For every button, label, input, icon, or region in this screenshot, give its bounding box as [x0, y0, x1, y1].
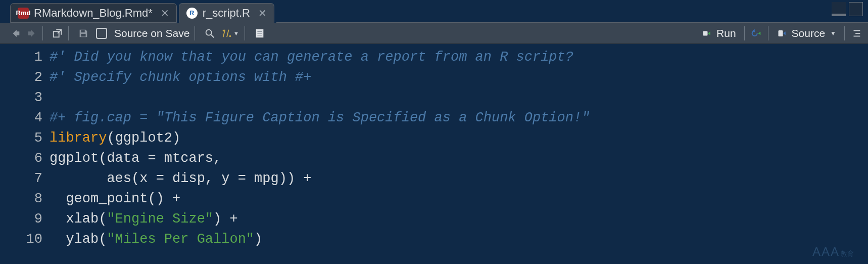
svg-rect-1 [81, 30, 84, 32]
nav-back-icon[interactable] [10, 28, 21, 39]
maximize-pane-icon[interactable] [849, 2, 863, 16]
rmarkdown-file-icon: Rmd [18, 8, 29, 19]
svg-rect-2 [81, 33, 85, 36]
line-number: 2 [0, 67, 50, 87]
code-line[interactable]: xlab("Engine Size") + [50, 209, 868, 229]
line-number: 5 [0, 128, 50, 148]
nav-forward-icon[interactable] [26, 28, 37, 39]
line-number: 9 [0, 209, 50, 229]
tab-rmarkdown-blog[interactable]: Rmd RMarkdown_Blog.Rmd* ✕ [10, 3, 177, 23]
run-label: Run [716, 27, 736, 39]
code-line[interactable]: geom_point() + [50, 189, 868, 209]
svg-line-4 [211, 34, 214, 37]
svg-point-5 [223, 29, 225, 31]
code-line[interactable]: ggplot(data = mtcars, [50, 148, 868, 168]
code-line[interactable]: aes(x = disp, y = mpg)) + [50, 168, 868, 189]
tab-label: r_script.R [203, 7, 250, 20]
source-label: Source [792, 27, 826, 39]
source-on-save-label: Source on Save [114, 27, 189, 39]
line-number: 1 [0, 44, 50, 67]
code-line[interactable]: #' Did you know that you can generate a … [50, 44, 868, 67]
code-line[interactable] [50, 87, 868, 108]
source-on-save-checkbox[interactable] [96, 28, 107, 39]
code-tools-icon[interactable]: ▼ [220, 28, 239, 39]
show-in-new-window-icon[interactable] [52, 28, 63, 39]
tab-r-script[interactable]: R r_script.R ✕ [179, 3, 274, 23]
tab-bar: Rmd RMarkdown_Blog.Rmd* ✕ R r_script.R ✕ [0, 0, 868, 23]
line-number: 7 [0, 168, 50, 189]
tab-label: RMarkdown_Blog.Rmd* [34, 7, 153, 20]
editor-toolbar: Source on Save ▼ Run [0, 23, 868, 44]
line-number: 4 [0, 108, 50, 128]
compile-report-icon[interactable] [254, 28, 265, 39]
r-file-icon: R [186, 8, 198, 19]
svg-point-6 [229, 35, 231, 37]
source-button[interactable]: Source ▼ [773, 26, 840, 40]
svg-rect-11 [703, 31, 708, 35]
tab-bar-spacer [276, 3, 868, 23]
svg-point-3 [206, 29, 212, 35]
svg-rect-12 [778, 30, 783, 36]
line-number: 3 [0, 87, 50, 108]
outline-toggle-icon[interactable] [851, 28, 862, 39]
save-icon[interactable] [78, 28, 89, 39]
line-number: 10 [0, 229, 50, 249]
run-button[interactable]: Run [697, 26, 740, 40]
line-number-gutter: 12345678910 [0, 44, 50, 264]
line-number: 8 [0, 189, 50, 209]
line-number: 6 [0, 148, 50, 168]
code-editor[interactable]: 12345678910 #' Did you know that you can… [0, 44, 868, 264]
find-replace-icon[interactable] [204, 28, 215, 39]
rerun-icon[interactable] [751, 28, 762, 39]
code-line[interactable]: #' Specify chunk options with #+ [50, 67, 868, 87]
code-line[interactable]: ylab("Miles Per Gallon") [50, 229, 868, 249]
close-icon[interactable]: ✕ [161, 7, 169, 19]
close-icon[interactable]: ✕ [258, 7, 267, 19]
code-line[interactable]: #+ fig.cap = "This Figure Caption is Spe… [50, 108, 868, 128]
minimize-pane-icon[interactable] [832, 2, 846, 16]
code-line[interactable]: library(ggplot2) [50, 128, 868, 148]
chevron-down-icon[interactable]: ▼ [830, 30, 836, 37]
code-content[interactable]: #' Did you know that you can generate a … [50, 44, 868, 264]
